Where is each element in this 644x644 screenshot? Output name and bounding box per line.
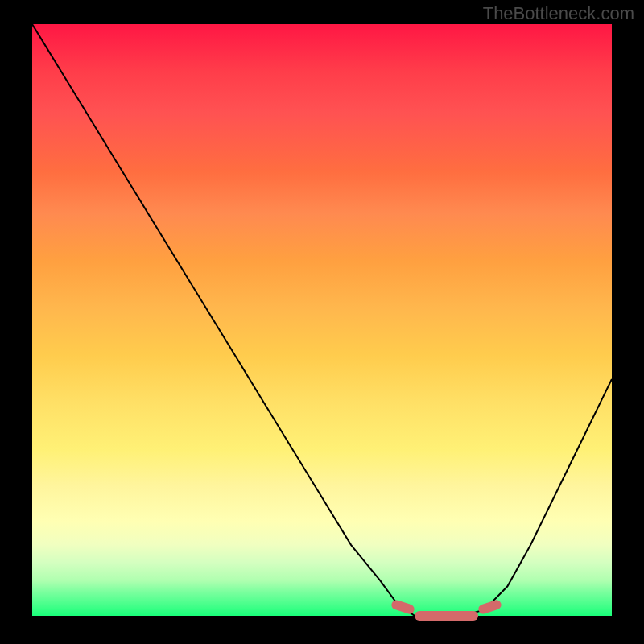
watermark-text: TheBottleneck.com xyxy=(483,3,634,24)
chart-plot-area xyxy=(32,24,612,616)
bottleneck-curve xyxy=(32,24,612,616)
highlight-segment xyxy=(415,611,478,621)
